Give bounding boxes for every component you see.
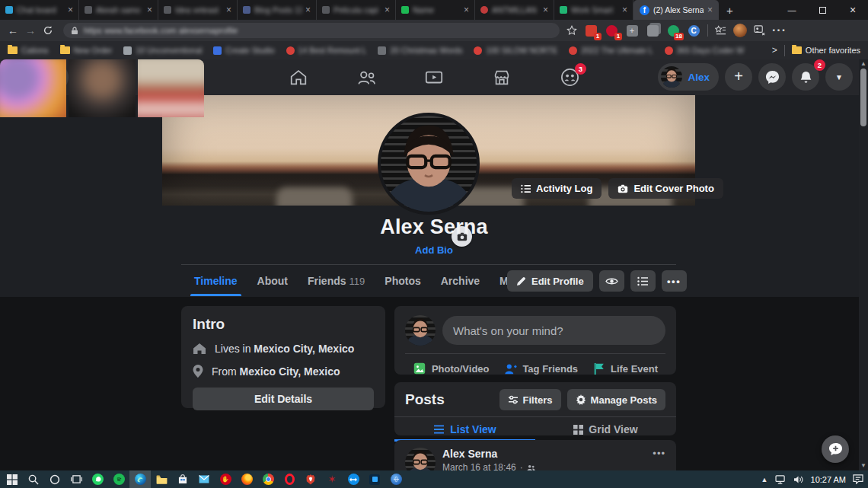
tab-archive[interactable]: Archive: [431, 266, 490, 296]
post-timestamp[interactable]: March 16 at 18:46·: [442, 462, 646, 470]
tab-close-icon[interactable]: ×: [707, 5, 713, 14]
browser-tab-4[interactable]: Blog Posts 11×: [238, 0, 317, 20]
scrollbar-thumb[interactable]: [860, 69, 866, 126]
grid-view-tab[interactable]: Grid View: [535, 417, 676, 442]
extension-colorzilla[interactable]: C: [687, 24, 700, 37]
tag-friends-button[interactable]: Tag Friends: [504, 362, 578, 375]
blue-app-taskbar-icon[interactable]: [364, 470, 385, 488]
browser-tab-5[interactable]: Pelicula capi×: [317, 0, 396, 20]
marketplace-tab[interactable]: [491, 67, 512, 88]
adblock-taskbar-icon[interactable]: ✋: [215, 470, 236, 488]
mail-taskbar-icon[interactable]: [193, 470, 215, 488]
red-star-app-icon[interactable]: ✶: [321, 470, 343, 488]
extension-red-grid[interactable]: 1: [584, 24, 598, 37]
bookmark-item[interactable]: New Order: [60, 46, 113, 55]
profile-picture[interactable]: [378, 113, 480, 215]
brave-taskbar-icon[interactable]: [300, 470, 321, 488]
bookmark-item[interactable]: Cations: [8, 46, 49, 55]
extension-stack[interactable]: [646, 24, 659, 37]
tray-expand-chevron[interactable]: ▲: [761, 476, 768, 483]
bookmark-item[interactable]: 10 Unconventional: [123, 46, 202, 55]
post-menu-icon[interactable]: •••: [653, 448, 665, 470]
volume-icon[interactable]: [793, 475, 804, 484]
forward-button[interactable]: →: [25, 25, 36, 36]
active-tab-facebook[interactable]: f (2) Alex Serna ×: [633, 0, 719, 20]
network-icon[interactable]: [775, 475, 787, 484]
opera-taskbar-icon[interactable]: [279, 470, 300, 488]
notifications-button[interactable]: 2: [792, 63, 819, 91]
start-button[interactable]: [2, 470, 23, 488]
messenger-button[interactable]: [758, 63, 786, 91]
manage-posts-button[interactable]: Manage Posts: [567, 389, 665, 410]
extension-green[interactable]: 18: [666, 24, 680, 37]
tab-photos[interactable]: Photos: [375, 266, 430, 296]
tab-friends[interactable]: Friends119: [298, 266, 375, 296]
bookmark-item[interactable]: 14 Best Remount L: [286, 46, 367, 55]
browser-tab-6[interactable]: Name×: [396, 0, 475, 20]
maximize-button[interactable]: [807, 0, 838, 20]
firefox-taskbar-icon[interactable]: [236, 470, 257, 488]
refresh-button[interactable]: [43, 25, 53, 36]
back-button[interactable]: ←: [8, 25, 18, 36]
add-bio-link[interactable]: Add Bio: [0, 244, 868, 256]
bookmark-item[interactable]: 365 Days Coder W: [665, 46, 745, 55]
activity-log-button[interactable]: Activity Log: [512, 178, 602, 199]
bookmark-item[interactable]: 2022 The Ultimate L: [569, 46, 653, 55]
post-author[interactable]: Alex Serna: [442, 448, 646, 460]
post-author-avatar[interactable]: [405, 448, 436, 470]
browser-tab-3[interactable]: Idea veteast×: [158, 0, 238, 20]
close-button[interactable]: ×: [838, 0, 868, 20]
other-favorites[interactable]: Other favorites: [792, 46, 860, 55]
tab-close-icon[interactable]: ×: [147, 5, 152, 14]
groups-tab[interactable]: 3: [559, 67, 580, 88]
account-menu-button[interactable]: ▼: [825, 63, 853, 91]
bookmark-item[interactable]: 20 Christmas Words: [378, 46, 462, 55]
more-options-button[interactable]: •••: [662, 270, 687, 292]
share-person-icon[interactable]: [754, 25, 765, 36]
action-center-icon[interactable]: [853, 474, 863, 484]
edit-cover-photo-button[interactable]: Edit Cover Photo: [608, 178, 723, 199]
profile-chip[interactable]: Alex: [658, 63, 719, 91]
new-message-fab[interactable]: [822, 435, 849, 463]
browser-tab-2[interactable]: Akeah samo×: [79, 0, 158, 20]
extension-add[interactable]: +: [625, 24, 639, 37]
browser-tab-8[interactable]: Work Smart×: [554, 0, 633, 20]
bookmarks-overflow-chevron[interactable]: >: [772, 45, 777, 56]
timeline-settings-button[interactable]: [630, 270, 656, 292]
site-info-icon[interactable]: [71, 27, 78, 35]
edit-details-button[interactable]: Edit Details: [193, 388, 374, 410]
page-scrollbar[interactable]: ▲ ▼: [859, 59, 868, 470]
tab-close-icon[interactable]: ×: [68, 5, 73, 14]
tab-about[interactable]: About: [247, 266, 298, 296]
view-as-button[interactable]: [599, 270, 624, 292]
avatar[interactable]: [405, 315, 436, 346]
tab-close-icon[interactable]: ×: [226, 5, 231, 14]
bookmark-item[interactable]: 100 SILOW NORTE: [474, 46, 557, 55]
browser-profile-avatar[interactable]: [733, 24, 747, 37]
address-bar[interactable]: https www.facebook.com alexsernaprofile: [63, 23, 560, 38]
create-button[interactable]: +: [725, 63, 752, 91]
friends-tab[interactable]: [356, 67, 377, 88]
scroll-up-arrow[interactable]: ▲: [860, 61, 866, 67]
tab-close-icon[interactable]: ×: [622, 5, 627, 14]
tab-close-icon[interactable]: ×: [464, 5, 469, 14]
edge-taskbar-icon[interactable]: [129, 470, 151, 488]
filters-button[interactable]: Filters: [499, 389, 561, 410]
browser-tab-1[interactable]: Chat board×: [0, 0, 79, 20]
bookmark-item[interactable]: Create Studio: [213, 46, 274, 55]
status-input[interactable]: What's on your mind?: [442, 316, 665, 345]
tab-timeline[interactable]: Timeline: [184, 266, 247, 296]
tab-close-icon[interactable]: ×: [305, 5, 311, 14]
file-explorer-taskbar-icon[interactable]: [151, 470, 172, 488]
collections-icon[interactable]: [715, 25, 726, 36]
edit-profile-button[interactable]: Edit Profile: [507, 270, 593, 292]
minimize-button[interactable]: —: [777, 0, 807, 20]
photo-thumbnail[interactable]: [0, 59, 66, 117]
photo-video-button[interactable]: Photo/Video: [413, 362, 490, 375]
new-tab-button[interactable]: +: [726, 5, 733, 16]
microsoft-store-taskbar-icon[interactable]: [172, 470, 193, 488]
taskbar-search-button[interactable]: [23, 470, 44, 488]
scroll-down-arrow[interactable]: ▼: [860, 463, 866, 469]
tab-close-icon[interactable]: ×: [543, 5, 548, 14]
whatsapp-taskbar-icon[interactable]: [87, 470, 108, 488]
